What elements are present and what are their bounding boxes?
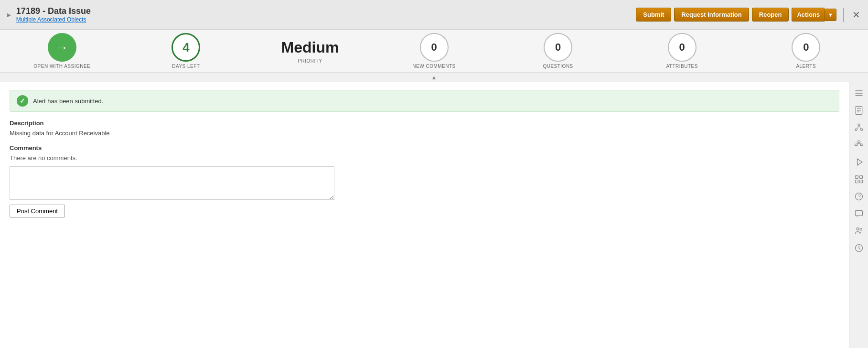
svg-marker-19 xyxy=(857,159,862,165)
reopen-button[interactable]: Reopen xyxy=(752,8,789,22)
stat-priority: Medium PRIORITY xyxy=(248,39,372,64)
attributes-circle: 0 xyxy=(668,33,697,62)
svg-rect-23 xyxy=(859,180,862,183)
open-with-assignee-icon: → xyxy=(48,33,76,62)
stat-days-left: 4 DAYS LEFT xyxy=(124,33,248,69)
svg-point-7 xyxy=(857,124,859,126)
priority-value: Medium xyxy=(281,39,339,56)
header: ► 17189 - Data Issue Multiple Associated… xyxy=(0,0,868,30)
svg-line-18 xyxy=(859,143,862,144)
header-separator xyxy=(843,8,844,22)
svg-point-29 xyxy=(860,228,862,230)
svg-rect-5 xyxy=(857,110,860,110)
stat-alerts: 0 ALERTS xyxy=(744,33,868,69)
alerts-circle: 0 xyxy=(792,33,820,62)
collapse-bar[interactable]: ▲ xyxy=(0,73,868,82)
main-wrapper: ✓ Alert has been submitted. Description … xyxy=(0,82,868,348)
report-icon[interactable] xyxy=(850,102,868,119)
network-icon[interactable] xyxy=(850,120,868,136)
attributes-label: ATTRIBUTES xyxy=(666,64,697,69)
priority-label: PRIORITY xyxy=(298,58,322,64)
associated-objects-link[interactable]: Multiple Associated Objects xyxy=(16,16,91,23)
svg-rect-6 xyxy=(857,112,859,112)
days-left-label: DAYS LEFT xyxy=(172,64,200,69)
right-sidebar: ? xyxy=(849,82,868,348)
actions-button-group: Actions ▼ xyxy=(792,8,836,22)
svg-rect-21 xyxy=(859,176,862,179)
list-icon[interactable] xyxy=(850,85,868,101)
svg-rect-1 xyxy=(855,93,862,94)
stats-bar: → OPEN WITH ASSIGNEE 4 DAYS LEFT Medium … xyxy=(0,30,868,73)
svg-point-8 xyxy=(855,129,857,130)
no-comments-text: There are no comments. xyxy=(10,154,839,162)
svg-point-9 xyxy=(860,129,862,130)
close-button[interactable]: ✕ xyxy=(850,7,862,22)
header-actions: Submit Request Information Reopen Action… xyxy=(636,7,862,22)
description-title: Description xyxy=(10,120,839,127)
svg-line-11 xyxy=(859,126,861,129)
svg-rect-14 xyxy=(855,144,857,145)
comment-textarea[interactable] xyxy=(10,166,334,200)
clock-icon[interactable] xyxy=(850,240,868,256)
stat-questions: 0 QUESTIONS xyxy=(496,33,620,69)
hierarchy-icon[interactable] xyxy=(850,137,868,153)
comment-icon[interactable] xyxy=(850,206,868,222)
play-icon[interactable] xyxy=(850,154,868,170)
request-information-button[interactable]: Request Information xyxy=(674,8,749,22)
svg-rect-20 xyxy=(855,176,858,179)
page-title: 17189 - Data Issue xyxy=(16,6,91,16)
stat-open-with-assignee: → OPEN WITH ASSIGNEE xyxy=(0,33,124,69)
actions-button[interactable]: Actions xyxy=(792,8,825,22)
svg-line-32 xyxy=(859,249,860,250)
header-title-block: 17189 - Data Issue Multiple Associated O… xyxy=(16,6,91,23)
svg-rect-4 xyxy=(857,109,860,109)
alert-bar: ✓ Alert has been submitted. xyxy=(10,90,839,112)
submit-button[interactable]: Submit xyxy=(636,8,671,22)
svg-rect-26 xyxy=(855,210,862,216)
header-left: ► 17189 - Data Issue Multiple Associated… xyxy=(6,6,636,23)
people-icon[interactable] xyxy=(850,223,868,239)
stat-attributes: 0 ATTRIBUTES xyxy=(620,33,744,69)
alert-check-icon: ✓ xyxy=(17,95,28,107)
svg-point-28 xyxy=(857,228,859,230)
questions-label: QUESTIONS xyxy=(543,64,573,69)
grid-icon[interactable] xyxy=(850,171,868,187)
alert-message: Alert has been submitted. xyxy=(33,98,103,105)
open-with-assignee-label: OPEN WITH ASSIGNEE xyxy=(33,64,90,69)
new-comments-circle: 0 xyxy=(420,33,449,62)
questions-circle: 0 xyxy=(544,33,572,62)
comments-title: Comments xyxy=(10,144,839,152)
svg-line-10 xyxy=(857,126,858,129)
alerts-label: ALERTS xyxy=(796,64,816,69)
new-comments-label: NEW COMMENTS xyxy=(412,64,455,69)
svg-line-17 xyxy=(856,143,859,144)
post-comment-button[interactable]: Post Comment xyxy=(10,205,65,218)
question-icon[interactable]: ? xyxy=(850,188,868,205)
actions-dropdown-button[interactable]: ▼ xyxy=(825,9,836,21)
stat-new-comments: 0 NEW COMMENTS xyxy=(372,33,496,69)
description-text: Missing data for Account Receivable xyxy=(10,130,839,137)
days-left-circle: 4 xyxy=(171,33,200,62)
nav-arrow-icon: ► xyxy=(6,11,12,19)
svg-rect-2 xyxy=(855,95,862,96)
collapse-arrow-icon: ▲ xyxy=(431,74,437,81)
svg-rect-13 xyxy=(857,141,860,142)
svg-rect-15 xyxy=(860,144,863,145)
svg-text:?: ? xyxy=(857,194,860,199)
content-area: ✓ Alert has been submitted. Description … xyxy=(0,82,849,348)
svg-rect-0 xyxy=(855,90,862,91)
svg-rect-22 xyxy=(855,180,858,183)
